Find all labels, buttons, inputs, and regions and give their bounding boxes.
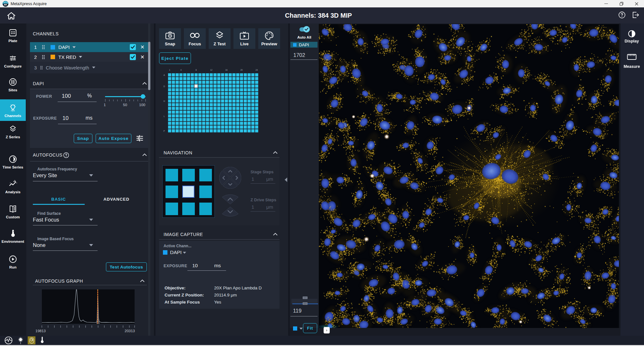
svg-text:4: 4 — [180, 69, 182, 71]
svg-text:16: 16 — [225, 69, 228, 71]
svg-text:12: 12 — [210, 69, 213, 71]
svg-text:D: D — [164, 85, 165, 87]
svg-text:H: H — [164, 100, 165, 102]
svg-text:24: 24 — [255, 69, 258, 71]
svg-text:8: 8 — [195, 69, 197, 71]
svg-text:20: 20 — [240, 69, 243, 71]
svg-text:MX: MX — [4, 4, 7, 6]
svg-text:P: P — [164, 130, 165, 132]
svg-text:A: A — [164, 74, 165, 76]
svg-text:1: 1 — [169, 69, 170, 71]
svg-text:L: L — [164, 115, 165, 117]
